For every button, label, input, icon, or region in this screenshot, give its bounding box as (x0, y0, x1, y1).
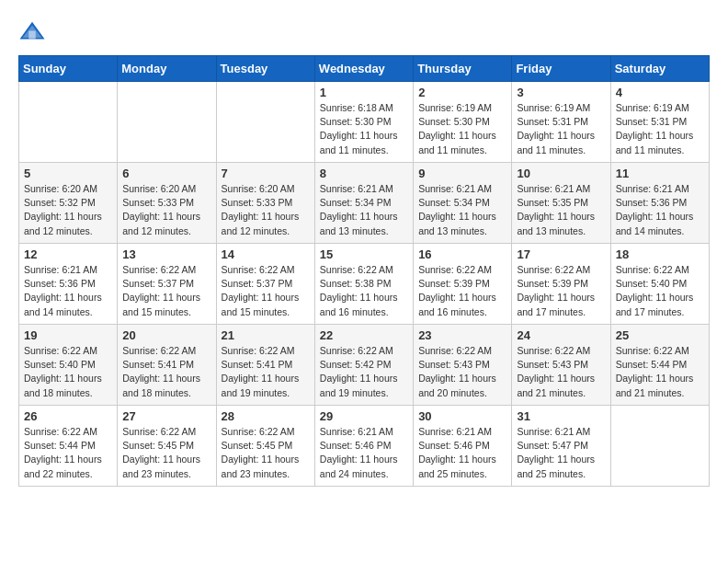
calendar-cell: 7Sunrise: 6:20 AM Sunset: 5:33 PM Daylig… (216, 163, 314, 244)
day-number: 16 (418, 247, 506, 261)
day-number: 24 (517, 328, 605, 342)
header (18, 18, 710, 46)
day-number: 12 (24, 247, 112, 261)
svg-rect-2 (28, 31, 36, 40)
day-info: Sunrise: 6:20 AM Sunset: 5:33 PM Dayligh… (122, 182, 210, 238)
day-info: Sunrise: 6:21 AM Sunset: 5:36 PM Dayligh… (616, 182, 704, 238)
week-row-4: 26Sunrise: 6:22 AM Sunset: 5:44 PM Dayli… (19, 406, 710, 487)
day-number: 18 (616, 247, 704, 261)
day-info: Sunrise: 6:22 AM Sunset: 5:42 PM Dayligh… (320, 344, 408, 400)
day-number: 31 (517, 409, 605, 423)
calendar-cell: 20Sunrise: 6:22 AM Sunset: 5:41 PM Dayli… (118, 325, 216, 406)
day-info: Sunrise: 6:19 AM Sunset: 5:31 PM Dayligh… (616, 101, 704, 157)
day-info: Sunrise: 6:22 AM Sunset: 5:44 PM Dayligh… (616, 344, 704, 400)
day-number: 15 (320, 247, 408, 261)
day-number: 19 (24, 328, 112, 342)
calendar-cell: 19Sunrise: 6:22 AM Sunset: 5:40 PM Dayli… (19, 325, 118, 406)
week-row-0: 1Sunrise: 6:18 AM Sunset: 5:30 PM Daylig… (19, 82, 710, 163)
day-info: Sunrise: 6:22 AM Sunset: 5:45 PM Dayligh… (122, 425, 210, 481)
day-info: Sunrise: 6:22 AM Sunset: 5:41 PM Dayligh… (122, 344, 210, 400)
calendar-cell: 16Sunrise: 6:22 AM Sunset: 5:39 PM Dayli… (414, 244, 512, 325)
day-number: 22 (320, 328, 408, 342)
day-info: Sunrise: 6:21 AM Sunset: 5:34 PM Dayligh… (418, 182, 506, 238)
day-number: 26 (24, 409, 112, 423)
day-number: 29 (320, 409, 408, 423)
day-header-friday: Friday (512, 56, 610, 82)
calendar-cell: 12Sunrise: 6:21 AM Sunset: 5:36 PM Dayli… (19, 244, 118, 325)
logo (18, 18, 50, 46)
day-number: 17 (517, 247, 605, 261)
day-number: 21 (222, 328, 310, 342)
day-info: Sunrise: 6:22 AM Sunset: 5:40 PM Dayligh… (24, 344, 112, 400)
calendar-cell: 10Sunrise: 6:21 AM Sunset: 5:35 PM Dayli… (512, 163, 610, 244)
calendar-cell: 8Sunrise: 6:21 AM Sunset: 5:34 PM Daylig… (314, 163, 413, 244)
calendar-cell: 18Sunrise: 6:22 AM Sunset: 5:40 PM Dayli… (610, 244, 709, 325)
calendar-cell: 11Sunrise: 6:21 AM Sunset: 5:36 PM Dayli… (610, 163, 709, 244)
day-header-monday: Monday (118, 56, 216, 82)
day-info: Sunrise: 6:21 AM Sunset: 5:35 PM Dayligh… (517, 182, 605, 238)
day-info: Sunrise: 6:22 AM Sunset: 5:45 PM Dayligh… (222, 425, 310, 481)
day-info: Sunrise: 6:20 AM Sunset: 5:33 PM Dayligh… (222, 182, 310, 238)
calendar-cell: 4Sunrise: 6:19 AM Sunset: 5:31 PM Daylig… (610, 82, 709, 163)
day-header-tuesday: Tuesday (216, 56, 314, 82)
day-number: 8 (320, 167, 408, 180)
page: SundayMondayTuesdayWednesdayThursdayFrid… (0, 0, 728, 500)
day-info: Sunrise: 6:22 AM Sunset: 5:43 PM Dayligh… (517, 344, 605, 400)
day-number: 9 (418, 167, 506, 180)
calendar-cell: 26Sunrise: 6:22 AM Sunset: 5:44 PM Dayli… (19, 406, 118, 487)
calendar-cell: 5Sunrise: 6:20 AM Sunset: 5:32 PM Daylig… (19, 163, 118, 244)
day-number: 10 (517, 167, 605, 180)
calendar-cell: 22Sunrise: 6:22 AM Sunset: 5:42 PM Dayli… (314, 325, 413, 406)
day-number: 14 (222, 247, 310, 261)
calendar-cell (118, 82, 216, 163)
day-number: 27 (122, 409, 210, 423)
day-number: 11 (616, 167, 704, 180)
calendar-cell: 21Sunrise: 6:22 AM Sunset: 5:41 PM Dayli… (216, 325, 314, 406)
day-number: 13 (122, 247, 210, 261)
day-header-saturday: Saturday (610, 56, 709, 82)
day-info: Sunrise: 6:21 AM Sunset: 5:34 PM Dayligh… (320, 182, 408, 238)
calendar-cell: 15Sunrise: 6:22 AM Sunset: 5:38 PM Dayli… (314, 244, 413, 325)
week-row-3: 19Sunrise: 6:22 AM Sunset: 5:40 PM Dayli… (19, 325, 710, 406)
calendar-cell: 24Sunrise: 6:22 AM Sunset: 5:43 PM Dayli… (512, 325, 610, 406)
calendar: SundayMondayTuesdayWednesdayThursdayFrid… (18, 55, 710, 487)
calendar-cell: 31Sunrise: 6:21 AM Sunset: 5:47 PM Dayli… (512, 406, 610, 487)
calendar-cell: 2Sunrise: 6:19 AM Sunset: 5:30 PM Daylig… (414, 82, 512, 163)
day-header-thursday: Thursday (414, 56, 512, 82)
week-row-1: 5Sunrise: 6:20 AM Sunset: 5:32 PM Daylig… (19, 163, 710, 244)
calendar-cell: 30Sunrise: 6:21 AM Sunset: 5:46 PM Dayli… (414, 406, 512, 487)
calendar-cell: 3Sunrise: 6:19 AM Sunset: 5:31 PM Daylig… (512, 82, 610, 163)
day-number: 20 (122, 328, 210, 342)
calendar-cell: 17Sunrise: 6:22 AM Sunset: 5:39 PM Dayli… (512, 244, 610, 325)
calendar-cell: 27Sunrise: 6:22 AM Sunset: 5:45 PM Dayli… (118, 406, 216, 487)
calendar-header-row: SundayMondayTuesdayWednesdayThursdayFrid… (19, 56, 710, 82)
day-info: Sunrise: 6:22 AM Sunset: 5:40 PM Dayligh… (616, 263, 704, 319)
day-number: 4 (616, 86, 704, 99)
calendar-cell: 13Sunrise: 6:22 AM Sunset: 5:37 PM Dayli… (118, 244, 216, 325)
calendar-cell: 28Sunrise: 6:22 AM Sunset: 5:45 PM Dayli… (216, 406, 314, 487)
day-number: 6 (122, 167, 210, 180)
day-number: 30 (418, 409, 506, 423)
calendar-cell (19, 82, 118, 163)
calendar-cell (610, 406, 709, 487)
day-number: 25 (616, 328, 704, 342)
day-info: Sunrise: 6:22 AM Sunset: 5:39 PM Dayligh… (517, 263, 605, 319)
day-info: Sunrise: 6:22 AM Sunset: 5:37 PM Dayligh… (222, 263, 310, 319)
day-info: Sunrise: 6:22 AM Sunset: 5:43 PM Dayligh… (418, 344, 506, 400)
day-info: Sunrise: 6:19 AM Sunset: 5:31 PM Dayligh… (517, 101, 605, 157)
day-header-wednesday: Wednesday (314, 56, 413, 82)
day-info: Sunrise: 6:22 AM Sunset: 5:37 PM Dayligh… (122, 263, 210, 319)
calendar-cell: 6Sunrise: 6:20 AM Sunset: 5:33 PM Daylig… (118, 163, 216, 244)
day-info: Sunrise: 6:21 AM Sunset: 5:47 PM Dayligh… (517, 425, 605, 481)
day-info: Sunrise: 6:20 AM Sunset: 5:32 PM Dayligh… (24, 182, 112, 238)
logo-icon (18, 18, 46, 46)
calendar-cell (216, 82, 314, 163)
calendar-cell: 25Sunrise: 6:22 AM Sunset: 5:44 PM Dayli… (610, 325, 709, 406)
day-info: Sunrise: 6:22 AM Sunset: 5:38 PM Dayligh… (320, 263, 408, 319)
week-row-2: 12Sunrise: 6:21 AM Sunset: 5:36 PM Dayli… (19, 244, 710, 325)
day-number: 3 (517, 86, 605, 99)
day-number: 1 (320, 86, 408, 99)
day-info: Sunrise: 6:21 AM Sunset: 5:46 PM Dayligh… (320, 425, 408, 481)
day-info: Sunrise: 6:22 AM Sunset: 5:41 PM Dayligh… (222, 344, 310, 400)
calendar-cell: 1Sunrise: 6:18 AM Sunset: 5:30 PM Daylig… (314, 82, 413, 163)
